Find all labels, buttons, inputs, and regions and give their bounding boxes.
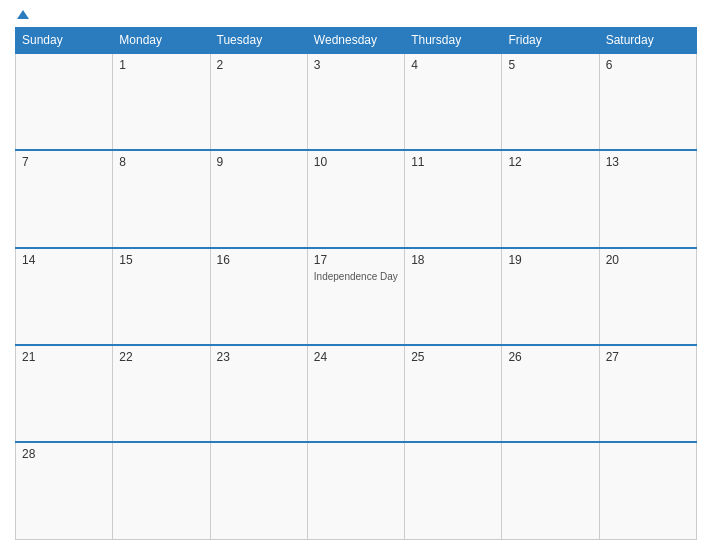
day-number: 3 xyxy=(314,58,398,72)
day-number: 21 xyxy=(22,350,106,364)
calendar-cell: 19 xyxy=(502,248,599,345)
calendar-cell: 13 xyxy=(599,150,696,247)
day-number: 17 xyxy=(314,253,398,267)
calendar-cell: 5 xyxy=(502,53,599,150)
calendar-wrapper: SundayMondayTuesdayWednesdayThursdayFrid… xyxy=(0,0,712,550)
calendar-cell: 22 xyxy=(113,345,210,442)
week-row-5: 28 xyxy=(16,442,697,539)
days-header-row: SundayMondayTuesdayWednesdayThursdayFrid… xyxy=(16,28,697,54)
day-number: 5 xyxy=(508,58,592,72)
calendar-table: SundayMondayTuesdayWednesdayThursdayFrid… xyxy=(15,27,697,540)
day-number: 25 xyxy=(411,350,495,364)
day-header-monday: Monday xyxy=(113,28,210,54)
day-number: 7 xyxy=(22,155,106,169)
calendar-cell: 24 xyxy=(307,345,404,442)
calendar-cell: 21 xyxy=(16,345,113,442)
day-header-thursday: Thursday xyxy=(405,28,502,54)
day-number: 22 xyxy=(119,350,203,364)
calendar-cell: 18 xyxy=(405,248,502,345)
day-header-sunday: Sunday xyxy=(16,28,113,54)
calendar-cell: 23 xyxy=(210,345,307,442)
day-number: 2 xyxy=(217,58,301,72)
calendar-cell: 2 xyxy=(210,53,307,150)
calendar-cell: 16 xyxy=(210,248,307,345)
calendar-cell: 4 xyxy=(405,53,502,150)
day-number: 4 xyxy=(411,58,495,72)
calendar-cell: 6 xyxy=(599,53,696,150)
calendar-cell xyxy=(113,442,210,539)
calendar-cell xyxy=(502,442,599,539)
day-number: 6 xyxy=(606,58,690,72)
holiday-label: Independence Day xyxy=(314,271,398,282)
calendar-cell: 7 xyxy=(16,150,113,247)
day-number: 14 xyxy=(22,253,106,267)
day-number: 13 xyxy=(606,155,690,169)
day-number: 15 xyxy=(119,253,203,267)
calendar-cell: 25 xyxy=(405,345,502,442)
calendar-cell: 20 xyxy=(599,248,696,345)
calendar-cell: 11 xyxy=(405,150,502,247)
day-number: 1 xyxy=(119,58,203,72)
day-number: 19 xyxy=(508,253,592,267)
calendar-cell: 15 xyxy=(113,248,210,345)
calendar-cell: 26 xyxy=(502,345,599,442)
calendar-cell: 17Independence Day xyxy=(307,248,404,345)
calendar-cell: 1 xyxy=(113,53,210,150)
day-number: 27 xyxy=(606,350,690,364)
day-number: 24 xyxy=(314,350,398,364)
week-row-2: 78910111213 xyxy=(16,150,697,247)
calendar-cell xyxy=(210,442,307,539)
day-header-saturday: Saturday xyxy=(599,28,696,54)
day-number: 11 xyxy=(411,155,495,169)
day-number: 12 xyxy=(508,155,592,169)
calendar-cell: 27 xyxy=(599,345,696,442)
day-header-tuesday: Tuesday xyxy=(210,28,307,54)
calendar-cell: 3 xyxy=(307,53,404,150)
calendar-cell xyxy=(599,442,696,539)
day-header-wednesday: Wednesday xyxy=(307,28,404,54)
calendar-cell: 28 xyxy=(16,442,113,539)
week-row-1: 123456 xyxy=(16,53,697,150)
logo-triangle-icon xyxy=(17,10,29,19)
calendar-cell xyxy=(405,442,502,539)
calendar-cell xyxy=(307,442,404,539)
calendar-header xyxy=(15,10,697,19)
week-row-4: 21222324252627 xyxy=(16,345,697,442)
day-number: 10 xyxy=(314,155,398,169)
day-number: 18 xyxy=(411,253,495,267)
week-row-3: 14151617Independence Day181920 xyxy=(16,248,697,345)
calendar-cell: 8 xyxy=(113,150,210,247)
day-number: 16 xyxy=(217,253,301,267)
calendar-cell: 10 xyxy=(307,150,404,247)
calendar-cell: 14 xyxy=(16,248,113,345)
day-number: 26 xyxy=(508,350,592,364)
day-number: 8 xyxy=(119,155,203,169)
calendar-cell xyxy=(16,53,113,150)
calendar-cell: 9 xyxy=(210,150,307,247)
logo xyxy=(15,10,31,19)
day-header-friday: Friday xyxy=(502,28,599,54)
day-number: 20 xyxy=(606,253,690,267)
day-number: 23 xyxy=(217,350,301,364)
calendar-cell: 12 xyxy=(502,150,599,247)
day-number: 9 xyxy=(217,155,301,169)
day-number: 28 xyxy=(22,447,106,461)
